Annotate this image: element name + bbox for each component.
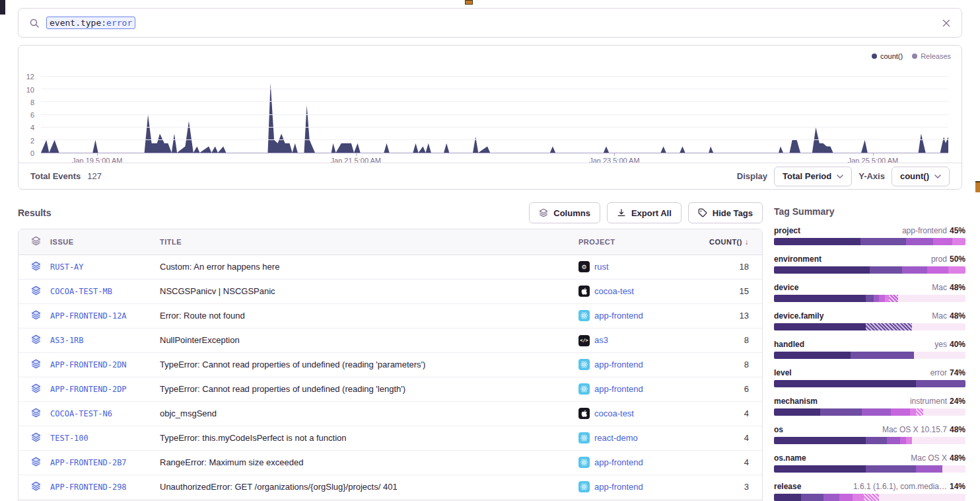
tag-bar-segment[interactable] (906, 437, 912, 444)
tag-bar-segment[interactable] (870, 266, 902, 274)
issue-stack-icon[interactable] (31, 408, 41, 418)
project-link[interactable]: app-frontend (594, 457, 643, 467)
tag-bar-segment[interactable] (933, 238, 952, 245)
tag-bar-segment[interactable] (774, 352, 851, 359)
events-area-chart[interactable] (41, 64, 948, 153)
tag-bar-segment[interactable] (853, 494, 864, 501)
tag-bar-segment[interactable] (912, 437, 965, 444)
header-title[interactable]: TITLE (155, 229, 573, 254)
tag-bar-segment[interactable] (774, 323, 866, 330)
tag-bar-segment[interactable] (839, 494, 853, 501)
issue-link[interactable]: COCOA-TEST-N6 (50, 409, 112, 418)
issue-stack-icon[interactable] (31, 286, 41, 295)
tag-bar-segment[interactable] (916, 465, 943, 473)
tag-bar-segment[interactable] (879, 494, 965, 501)
tag-distribution-bar[interactable] (774, 380, 965, 387)
tag-distribution-bar[interactable] (774, 408, 965, 416)
tag-bar-segment[interactable] (879, 295, 885, 302)
issue-link[interactable]: APP-FRONTEND-12A (50, 311, 127, 321)
tag-bar-segment[interactable] (864, 494, 879, 501)
tag-bar-segment[interactable] (774, 295, 866, 302)
issue-stack-icon[interactable] (31, 457, 41, 467)
tag-distribution-bar[interactable] (774, 437, 965, 444)
legend-item-releases[interactable]: Releases (912, 52, 951, 60)
issue-link[interactable]: AS3-1RB (50, 336, 84, 345)
tag-bar-segment[interactable] (923, 408, 965, 416)
issue-link[interactable]: APP-FRONTEND-2DP (50, 385, 127, 394)
project-link[interactable]: cocoa-test (594, 286, 634, 296)
tag-distribution-bar[interactable] (774, 238, 965, 245)
issue-stack-icon[interactable] (31, 334, 41, 344)
export-all-button[interactable]: Export All (607, 202, 682, 223)
columns-button[interactable]: Columns (529, 202, 600, 223)
tag-bar-segment[interactable] (774, 437, 866, 444)
tag-bar-segment[interactable] (860, 238, 907, 245)
tag-distribution-bar[interactable] (774, 266, 965, 274)
issue-link[interactable]: APP-FRONTEND-298 (50, 482, 127, 492)
project-link[interactable]: app-frontend (594, 482, 643, 492)
tag-bar-segment[interactable] (927, 266, 948, 274)
issue-link[interactable]: TEST-100 (50, 434, 88, 443)
tag-bar-segment[interactable] (866, 295, 874, 302)
display-dropdown[interactable]: Total Period (774, 167, 852, 186)
tag-bar-segment[interactable] (866, 465, 915, 473)
tag-bar-segment[interactable] (948, 266, 965, 274)
tag-bar-segment[interactable] (916, 408, 924, 416)
tag-distribution-bar[interactable] (774, 494, 965, 501)
header-issue[interactable]: ISSUE (45, 229, 155, 254)
yaxis-dropdown[interactable]: count() (892, 167, 950, 186)
tag-distribution-bar[interactable] (774, 465, 965, 473)
tag-bar-segment[interactable] (851, 352, 914, 359)
tag-bar-segment[interactable] (942, 465, 965, 473)
project-link[interactable]: app-frontend (594, 311, 643, 321)
search-clear-icon[interactable] (942, 19, 951, 28)
header-count[interactable]: COUNT() ↓ (703, 229, 762, 254)
tag-bar-segment[interactable] (889, 295, 899, 302)
project-link[interactable]: cocoa-test (594, 408, 634, 418)
issue-link[interactable]: COCOA-TEST-MB (50, 287, 112, 296)
tag-bar-segment[interactable] (874, 295, 880, 302)
issue-stack-icon[interactable] (31, 261, 41, 271)
tag-bar-segment[interactable] (774, 494, 801, 501)
project-link[interactable]: app-frontend (594, 360, 643, 369)
tag-bar-segment[interactable] (891, 408, 910, 416)
search-query-token[interactable]: event.type:error (46, 17, 135, 29)
issue-stack-icon[interactable] (31, 481, 41, 491)
legend-item-count[interactable]: count() (872, 52, 903, 60)
tag-bar-segment[interactable] (820, 408, 862, 416)
project-link[interactable]: react-demo (594, 433, 638, 443)
tag-bar-segment[interactable] (801, 494, 824, 501)
issue-link[interactable]: APP-FRONTEND-2B7 (50, 458, 127, 467)
tag-bar-segment[interactable] (774, 266, 870, 274)
issue-stack-icon[interactable] (31, 383, 41, 393)
tag-bar-segment[interactable] (866, 437, 887, 444)
tag-bar-segment[interactable] (898, 295, 965, 302)
tag-distribution-bar[interactable] (774, 323, 965, 330)
tag-bar-segment[interactable] (823, 494, 839, 501)
issue-link[interactable]: APP-FRONTEND-2DN (50, 360, 127, 369)
tag-bar-segment[interactable] (914, 352, 965, 359)
tag-bar-segment[interactable] (866, 323, 912, 330)
tag-bar-segment[interactable] (774, 238, 860, 245)
tag-bar-segment[interactable] (912, 323, 965, 330)
tag-bar-segment[interactable] (862, 408, 891, 416)
issue-link[interactable]: RUST-AY (50, 262, 84, 272)
header-stack-column[interactable] (18, 229, 45, 254)
tag-bar-segment[interactable] (887, 437, 900, 444)
tag-bar-segment[interactable] (916, 380, 965, 387)
hide-tags-button[interactable]: Hide Tags (688, 202, 763, 223)
tag-distribution-bar[interactable] (774, 352, 965, 359)
project-link[interactable]: app-frontend (594, 384, 643, 394)
project-link[interactable]: rust (594, 262, 609, 272)
issue-stack-icon[interactable] (31, 432, 41, 442)
tag-bar-segment[interactable] (774, 380, 916, 387)
tag-bar-segment[interactable] (902, 266, 927, 274)
tag-distribution-bar[interactable] (774, 295, 965, 302)
tag-bar-segment[interactable] (952, 238, 965, 245)
tag-bar-segment[interactable] (906, 238, 933, 245)
tag-bar-segment[interactable] (910, 408, 916, 416)
issue-stack-icon[interactable] (31, 310, 41, 320)
tag-bar-segment[interactable] (774, 408, 820, 416)
tag-bar-segment[interactable] (900, 437, 906, 444)
search-bar[interactable]: event.type:error (18, 8, 962, 38)
